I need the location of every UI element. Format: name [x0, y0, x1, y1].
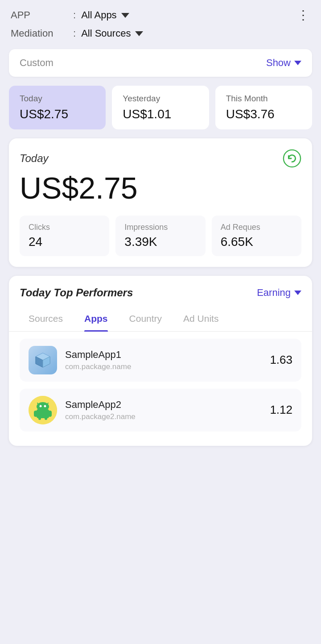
- refresh-icon[interactable]: [283, 149, 301, 168]
- today-panel: Today US$2.75 Clicks 24 Impressions 3.39…: [9, 138, 312, 267]
- app-info-1: SampleApp1 com.package.name: [65, 349, 270, 371]
- period-card-today[interactable]: Today US$2.75: [9, 86, 106, 129]
- more-options-icon[interactable]: ⋮: [297, 9, 310, 21]
- period-card-thismonth[interactable]: This Month US$3.76: [215, 86, 312, 129]
- app-colon: :: [73, 9, 76, 21]
- stat-clicks-label: Clicks: [29, 223, 100, 232]
- performers-title: Today Top Performers: [20, 287, 133, 299]
- period-value-today: US$2.75: [20, 107, 95, 121]
- app-icon-2: [29, 396, 57, 424]
- mediation-value: All Sources: [81, 28, 131, 39]
- tab-country[interactable]: Country: [120, 308, 171, 331]
- today-amount: US$2.75: [20, 171, 301, 205]
- app-icon-1: [29, 346, 57, 374]
- stat-adrequests-value: 6.65K: [221, 235, 292, 249]
- svg-point-0: [284, 150, 300, 167]
- app-value-2: 1.12: [270, 403, 292, 417]
- show-arrow-icon: [294, 61, 301, 65]
- earning-label: Earning: [257, 287, 291, 299]
- svg-rect-7: [34, 411, 37, 417]
- list-item[interactable]: SampleApp1 com.package.name 1.63: [20, 339, 301, 382]
- svg-point-11: [37, 402, 49, 411]
- app-name-1: SampleApp1: [65, 349, 270, 361]
- today-panel-title: Today: [20, 152, 49, 165]
- period-label-thismonth: This Month: [226, 94, 301, 104]
- period-cards: Today US$2.75 Yesterday US$1.01 This Mon…: [9, 86, 312, 129]
- app-value: All Apps: [81, 9, 117, 21]
- earning-arrow-icon: [294, 291, 301, 295]
- earning-dropdown[interactable]: Earning: [257, 287, 301, 299]
- mediation-label: Mediation: [11, 28, 73, 39]
- tab-sources[interactable]: Sources: [20, 308, 72, 331]
- stat-adrequests: Ad Reques 6.65K: [212, 216, 301, 256]
- app-dropdown-arrow-icon: [121, 13, 129, 18]
- svg-point-12: [40, 405, 42, 407]
- stat-clicks: Clicks 24: [20, 216, 109, 256]
- mediation-colon: :: [73, 28, 76, 39]
- app-value-1: 1.63: [270, 353, 292, 367]
- performers-card: Today Top Performers Earning Sources App…: [9, 276, 312, 446]
- stat-impressions: Impressions 3.39K: [115, 216, 205, 256]
- stats-row: Clicks 24 Impressions 3.39K Ad Reques 6.…: [20, 216, 301, 256]
- stat-adrequests-label: Ad Reques: [221, 223, 292, 232]
- tab-adunits[interactable]: Ad Units: [174, 308, 227, 331]
- app-dropdown[interactable]: All Apps: [81, 9, 129, 21]
- app-info-2: SampleApp2 com.package2.name: [65, 399, 270, 421]
- mediation-dropdown[interactable]: All Sources: [81, 28, 143, 39]
- tab-apps[interactable]: Apps: [75, 308, 117, 331]
- period-label-yesterday: Yesterday: [123, 94, 198, 104]
- app-list: SampleApp1 com.package.name 1.63: [9, 332, 312, 446]
- svg-rect-8: [48, 411, 52, 417]
- app-package-2: com.package2.name: [65, 412, 270, 421]
- svg-rect-10: [45, 415, 47, 420]
- svg-rect-9: [38, 415, 41, 420]
- app-package-1: com.package.name: [65, 362, 270, 371]
- app-label: APP: [11, 9, 73, 21]
- custom-label: Custom: [20, 57, 54, 69]
- performers-tabs: Sources Apps Country Ad Units: [9, 308, 312, 332]
- list-item[interactable]: SampleApp2 com.package2.name 1.12: [20, 389, 301, 432]
- show-label: Show: [266, 57, 291, 69]
- period-card-yesterday[interactable]: Yesterday US$1.01: [112, 86, 209, 129]
- stat-impressions-label: Impressions: [124, 223, 196, 232]
- period-value-yesterday: US$1.01: [123, 107, 198, 121]
- show-button[interactable]: Show: [266, 57, 301, 69]
- svg-point-13: [44, 405, 46, 407]
- custom-bar: Custom Show: [9, 49, 312, 77]
- period-label-today: Today: [20, 94, 95, 104]
- mediation-dropdown-arrow-icon: [135, 31, 143, 36]
- stat-clicks-value: 24: [29, 235, 100, 249]
- app-name-2: SampleApp2: [65, 399, 270, 411]
- period-value-thismonth: US$3.76: [226, 107, 301, 121]
- stat-impressions-value: 3.39K: [124, 235, 196, 249]
